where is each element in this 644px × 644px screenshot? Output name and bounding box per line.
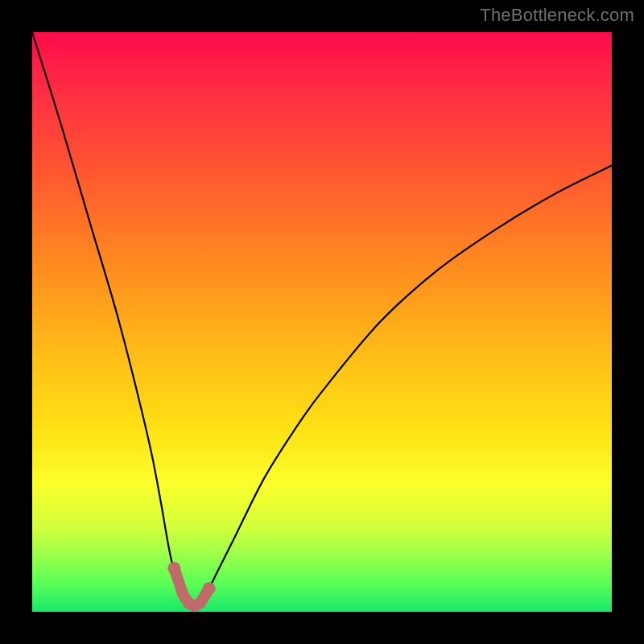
curve-svg (32, 32, 612, 612)
chart-frame: TheBottleneck.com (0, 0, 644, 644)
plot-area (32, 32, 612, 612)
watermark-text: TheBottleneck.com (480, 5, 634, 26)
bottleneck-curve (32, 32, 612, 606)
svg-point-0 (167, 562, 180, 575)
svg-point-1 (203, 582, 216, 595)
